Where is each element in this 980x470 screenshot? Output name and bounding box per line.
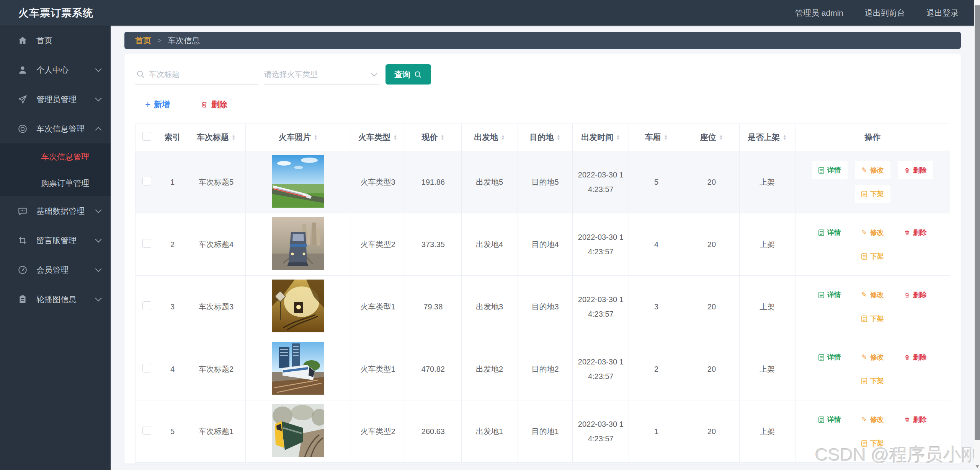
select-all-checkbox[interactable]	[142, 132, 151, 141]
column-header-time[interactable]: 出发时间▲▼	[573, 124, 629, 151]
take-down-button[interactable]: 下架	[855, 185, 890, 203]
train-table: 索引 车次标题▲▼ 火车照片▲▼ 火车类型▲▼ 现价▲▼ 出发地▲▼ 目的地▲▼…	[135, 124, 950, 463]
breadcrumb-home-link[interactable]: 首页	[135, 35, 151, 46]
take-down-button[interactable]: 下架	[855, 434, 890, 452]
query-button[interactable]: 查询	[385, 64, 431, 85]
search-input[interactable]	[135, 70, 258, 79]
carriage-cell: 3	[629, 276, 684, 338]
row-delete-button[interactable]: 删除	[898, 348, 933, 366]
sidebar-item-admin-management[interactable]: 管理员管理	[0, 85, 111, 114]
sidebar-item-label: 个人中心	[36, 65, 69, 75]
document-icon	[861, 253, 867, 260]
sidebar-item-base-data-management[interactable]: 基础数据管理	[0, 196, 111, 226]
main-content: 首页 > 车次信息 请选择火车类型 查询	[111, 26, 974, 470]
column-header-index[interactable]: 索引	[158, 124, 187, 151]
scrollbar-thumb[interactable]	[975, 5, 980, 440]
sidebar-item-label: 留言版管理	[36, 235, 77, 246]
sidebar-submenu: 车次信息管理 购票订单管理	[0, 143, 111, 196]
table-toolbar: + 新增 删除	[135, 99, 950, 110]
edit-button[interactable]: ✎修改	[855, 410, 890, 429]
status-cell: 上架	[739, 151, 795, 213]
detail-button[interactable]: 详情	[812, 410, 848, 429]
row-checkbox[interactable]	[142, 364, 151, 372]
sidebar-item-carousel-info[interactable]: 轮播图信息	[0, 285, 111, 314]
column-header-type[interactable]: 火车类型▲▼	[351, 124, 405, 151]
from-cell: 出发地4	[461, 213, 518, 276]
take-down-button[interactable]: 下架	[855, 309, 890, 328]
to-cell: 目的地2	[518, 338, 573, 400]
edit-button[interactable]: ✎修改	[855, 161, 890, 179]
sort-icon[interactable]: ▲▼	[664, 135, 668, 140]
sidebar-item-message-board-management[interactable]: 留言版管理	[0, 226, 111, 255]
column-header-photo[interactable]: 火车照片▲▼	[245, 124, 351, 151]
actions-cell: 详情 ✎修改 删除 下架	[795, 276, 950, 338]
content-card: 请选择火车类型 查询 + 新增 删除	[124, 54, 961, 463]
column-header-title[interactable]: 车次标题▲▼	[187, 124, 245, 151]
edit-button[interactable]: ✎修改	[855, 286, 890, 304]
take-down-button[interactable]: 下架	[855, 247, 890, 265]
column-header-price[interactable]: 现价▲▼	[405, 124, 461, 151]
row-checkbox[interactable]	[142, 177, 151, 185]
to-cell: 目的地4	[518, 213, 573, 276]
delete-button[interactable]: 删除	[201, 99, 227, 110]
document-icon	[861, 191, 867, 197]
row-delete-button[interactable]: 删除	[898, 161, 933, 179]
detail-button[interactable]: 详情	[812, 286, 848, 304]
sort-icon[interactable]: ▲▼	[616, 135, 620, 140]
sidebar-item-train-info-management[interactable]: 车次信息管理	[0, 114, 111, 143]
train-photo	[272, 342, 324, 395]
scrollbar-down-arrow-icon[interactable]	[975, 465, 979, 468]
train-photo	[272, 404, 324, 457]
sidebar-item-home[interactable]: 首页	[0, 26, 111, 55]
edit-button[interactable]: ✎修改	[855, 223, 890, 242]
train-type-select[interactable]: 请选择火车类型	[264, 64, 380, 85]
sort-icon[interactable]: ▲▼	[782, 135, 787, 140]
seats-cell: 20	[684, 338, 739, 400]
row-checkbox[interactable]	[142, 426, 151, 435]
column-header-to[interactable]: 目的地▲▼	[518, 124, 573, 151]
sort-icon[interactable]: ▲▼	[440, 135, 444, 140]
detail-button[interactable]: 详情	[812, 161, 848, 179]
sort-icon[interactable]: ▲▼	[314, 135, 318, 140]
time-cell: 2022-03-30 14:23:57	[573, 151, 629, 213]
sidebar-item-member-management[interactable]: 会员管理	[0, 255, 111, 285]
add-button[interactable]: + 新增	[145, 99, 170, 110]
column-header-seats[interactable]: 座位▲▼	[684, 124, 739, 151]
admin-user-link[interactable]: 管理员 admin	[795, 8, 843, 18]
exit-to-frontend-link[interactable]: 退出到前台	[865, 8, 905, 18]
sort-icon[interactable]: ▲▼	[232, 135, 236, 140]
photo-cell	[245, 151, 351, 213]
actions-cell: 详情 ✎修改 删除 下架	[795, 400, 950, 463]
document-icon	[818, 229, 824, 236]
row-delete-button[interactable]: 删除	[898, 223, 933, 242]
seats-cell: 20	[684, 151, 739, 213]
row-delete-button[interactable]: 删除	[898, 410, 933, 429]
vertical-scrollbar[interactable]	[974, 0, 980, 470]
row-checkbox[interactable]	[142, 239, 151, 248]
column-header-carriage[interactable]: 车厢▲▼	[629, 124, 684, 151]
logout-link[interactable]: 退出登录	[926, 8, 959, 18]
row-delete-button[interactable]: 删除	[898, 286, 933, 304]
sort-icon[interactable]: ▲▼	[719, 135, 723, 140]
column-header-from[interactable]: 出发地▲▼	[461, 124, 518, 151]
edit-button[interactable]: ✎修改	[855, 348, 890, 366]
sidebar-item-label: 首页	[36, 35, 52, 46]
sort-icon[interactable]: ▲▼	[393, 135, 397, 140]
title-cell: 车次标题4	[187, 213, 245, 276]
submenu-item-ticket-order-management[interactable]: 购票订单管理	[0, 170, 111, 196]
take-down-button[interactable]: 下架	[855, 372, 890, 390]
sort-icon[interactable]: ▲▼	[557, 135, 561, 140]
table-row: 2 车次标题4	[136, 213, 950, 276]
from-cell: 出发地2	[461, 338, 518, 400]
detail-button[interactable]: 详情	[812, 348, 848, 366]
chevron-down-icon	[95, 266, 102, 272]
sidebar-item-label: 管理员管理	[36, 94, 77, 105]
detail-button[interactable]: 详情	[812, 223, 848, 242]
submenu-item-train-info-management[interactable]: 车次信息管理	[0, 143, 111, 170]
sidebar-item-personal-center[interactable]: 个人中心	[0, 55, 111, 85]
pencil-icon: ✎	[861, 291, 867, 299]
sidebar: 首页 个人中心 管理员管理 车次信息管理 车次信息管理 购票订单管理	[0, 26, 111, 470]
row-checkbox[interactable]	[142, 301, 151, 310]
column-header-status[interactable]: 是否上架▲▼	[739, 124, 795, 151]
sort-icon[interactable]: ▲▼	[501, 135, 505, 140]
